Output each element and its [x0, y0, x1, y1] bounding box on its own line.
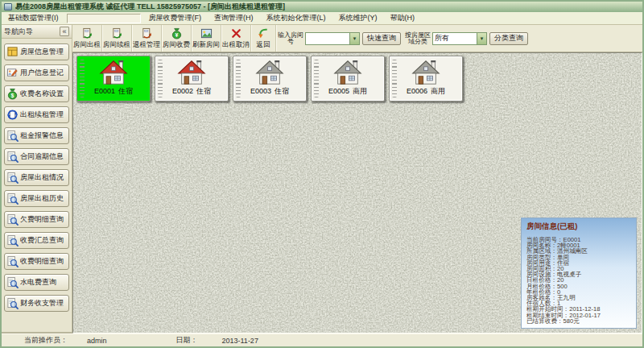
toolbar-button[interactable]: 出租取消	[221, 25, 251, 52]
sidebar: 导航向导 « 房屋信息管理用户信息登记$收费名称设置出租续租管理租金报警信息合同…	[2, 25, 72, 334]
menu-item[interactable]: 系统维护(Y)	[332, 12, 384, 24]
menu-item[interactable]: 查询管理(H)	[208, 12, 260, 24]
room-use: 住宿	[196, 87, 211, 95]
app-window: 易佳2008房屋出租管理系统 诚征代理 TELL 15825975057 - […	[0, 0, 644, 348]
menu-item[interactable]: 房屋收费管理(F)	[142, 12, 208, 24]
search-doc-icon	[6, 297, 19, 309]
toolbar-button[interactable]: 房间续租	[102, 25, 132, 52]
menu-item[interactable]: 帮助(H)	[384, 12, 422, 24]
sidebar-item[interactable]: 房屋信息管理	[4, 44, 69, 60]
sidebar-items: 房屋信息管理用户信息登记$收费名称设置出租续租管理租金报警信息合同逾期信息房屋出…	[2, 39, 72, 334]
room-id: E0002	[172, 87, 193, 95]
info-field-label: 已结算收费	[526, 317, 557, 325]
room-use: 住宿	[118, 87, 133, 95]
room-info-panel: 房间信息(已租) 当前房间号：E0001房间名称：2幢0001所属区域：温州城南…	[521, 218, 637, 329]
toolbar-buttons: 房间出租房间续租退租管理¥房间收费刷新房间出租取消返回	[72, 25, 276, 52]
room-card-label: E0006商用	[407, 87, 445, 95]
sidebar-item[interactable]: 合同逾期信息	[4, 148, 69, 165]
sidebar-item[interactable]: 房屋出租情况	[4, 169, 69, 186]
menu-item[interactable]: 基础数据管理(I)	[2, 12, 65, 24]
user-register-icon	[6, 67, 19, 79]
info-field-separator: ：	[557, 317, 564, 325]
toolbar-button-label: 房间出租	[73, 40, 101, 50]
category-search-button[interactable]: 分类查询	[489, 32, 528, 45]
room-number-label: 输入房间号	[277, 32, 304, 45]
search-doc-icon	[6, 213, 19, 226]
region-filter-label: 按房屋区域分类	[404, 32, 431, 45]
sidebar-item[interactable]: 出租续租管理	[4, 106, 69, 123]
quick-search-button[interactable]: 快速查询	[362, 32, 401, 45]
region-combo-value: 所有	[435, 33, 449, 44]
toolbar-filters: 输入房间号 ▼ 快速查询 按房屋区域分类 所有 ▼ 分类查询	[276, 25, 530, 52]
svg-text:$: $	[11, 93, 14, 99]
room-card[interactable]: E0003住宿	[233, 56, 307, 102]
toolbar-button[interactable]: 房间出租	[72, 25, 102, 52]
room-card-label: E0005商用	[328, 87, 367, 95]
room-info-lines: 当前房间号：E0001房间名称：2幢0001所属区域：温州城南区房间类型：单间房…	[526, 237, 631, 324]
collapse-sidebar-icon[interactable]: «	[60, 27, 69, 36]
search-doc-icon	[6, 172, 19, 184]
date-label: 日期：	[176, 335, 198, 346]
room-id: E0001	[94, 87, 115, 95]
window-title: 易佳2008房屋出租管理系统 诚征代理 TELL 15825975057 - […	[15, 2, 285, 12]
sidebar-item[interactable]: 收费明细查询	[4, 253, 69, 270]
sidebar-item[interactable]: $收费名称设置	[4, 85, 69, 102]
room-card[interactable]: E0005商用	[311, 56, 385, 102]
rent-manage-icon	[6, 109, 19, 121]
sidebar-item-label: 收费明细查询	[20, 256, 64, 267]
toolbar-button[interactable]: 刷新房间	[192, 25, 221, 52]
search-doc-icon	[6, 193, 19, 205]
chevron-down-icon[interactable]: ▼	[349, 33, 359, 44]
toolbar-button[interactable]: 返回	[251, 25, 276, 52]
sidebar-item[interactable]: 财务收支管理	[4, 295, 69, 312]
search-doc-icon	[6, 276, 19, 288]
sidebar-header: 导航向导 «	[2, 25, 72, 39]
svg-text:¥: ¥	[175, 31, 178, 37]
sidebar-item-label: 水电费查询	[20, 277, 56, 288]
search-doc-icon	[6, 151, 19, 163]
toolbar-button-label: 房间续租	[103, 40, 130, 50]
room-card[interactable]: E0006商用	[389, 56, 463, 102]
sidebar-item[interactable]: 欠费明细查询	[4, 211, 69, 228]
toolbar-button-label: 房间收费	[163, 40, 190, 50]
search-doc-icon	[6, 130, 19, 142]
sidebar-item[interactable]: 房屋出租历史	[4, 190, 69, 207]
sidebar-item[interactable]: 租金报警信息	[4, 127, 69, 144]
house-icon	[97, 58, 130, 87]
room-card[interactable]: E0002住宿	[155, 56, 229, 102]
room-id: E0003	[250, 87, 271, 95]
sidebar-item[interactable]: 收费汇总查询	[4, 232, 69, 249]
toolbar-button-label: 出租取消	[222, 40, 250, 50]
house-icon	[331, 58, 365, 87]
sidebar-item-label: 房屋出租情况	[20, 172, 64, 183]
operator-value: admin	[87, 337, 107, 345]
sidebar-item[interactable]: 水电费查询	[4, 274, 69, 291]
region-combo[interactable]: 所有 ▼	[432, 32, 487, 45]
room-use: 住宿	[275, 87, 289, 95]
moneybag-icon: $	[6, 88, 19, 100]
sidebar-item-label: 财务收支管理	[20, 298, 64, 309]
sidebar-item[interactable]: 用户信息登记	[4, 64, 69, 81]
chevron-down-icon[interactable]: ▼	[477, 33, 486, 44]
sidebar-item-label: 欠费明细查询	[20, 214, 64, 225]
back-icon	[258, 27, 270, 39]
menu-pressed-slot	[67, 14, 141, 23]
body: 导航向导 « 房屋信息管理用户信息登记$收费名称设置出租续租管理租金报警信息合同…	[2, 25, 642, 334]
sidebar-item-label: 合同逾期信息	[20, 151, 64, 162]
search-doc-icon	[6, 234, 19, 246]
menu-item[interactable]: 系统初始化管理(L)	[260, 12, 332, 24]
toolbar-button[interactable]: 退租管理	[132, 25, 162, 52]
content: 房间出租房间续租退租管理¥房间收费刷新房间出租取消返回 输入房间号 ▼ 快速查询…	[72, 25, 642, 334]
room-info-title: 房间信息(已租)	[526, 222, 631, 232]
sidebar-item-label: 收费汇总查询	[20, 235, 64, 246]
room-number-combo[interactable]: ▼	[305, 32, 360, 45]
fee-icon: ¥	[171, 27, 183, 39]
date-value: 2013-11-27	[222, 337, 258, 345]
renew-icon	[111, 27, 123, 39]
sidebar-item-label: 收费名称设置	[20, 89, 64, 99]
toolbar-button[interactable]: ¥房间收费	[162, 25, 192, 52]
house-form-icon	[6, 46, 19, 58]
room-card[interactable]: E0001住宿	[76, 56, 151, 102]
toolbar: 房间出租房间续租退租管理¥房间收费刷新房间出租取消返回 输入房间号 ▼ 快速查询…	[72, 25, 642, 52]
toolbar-button-label: 退租管理	[133, 40, 160, 50]
